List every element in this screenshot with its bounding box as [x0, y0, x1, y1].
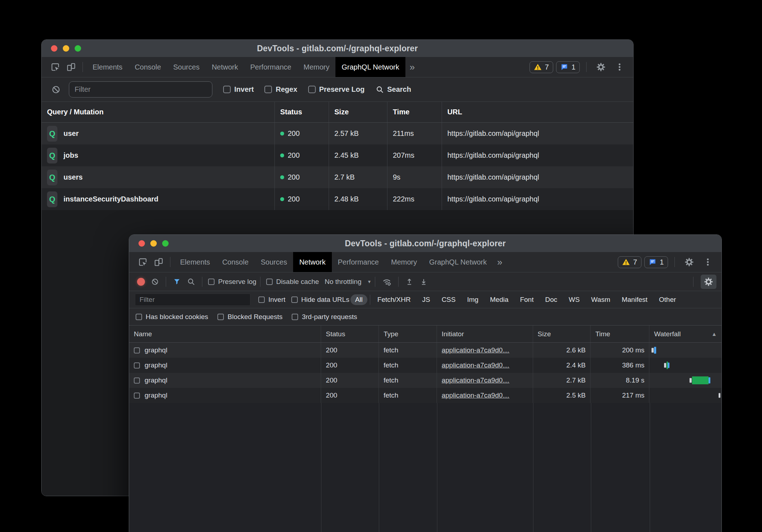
tab-network[interactable]: Network: [293, 252, 331, 272]
more-tabs-icon[interactable]: »: [493, 257, 507, 268]
preserve-log-option[interactable]: Preserve log: [208, 278, 257, 286]
initiator-link[interactable]: application-a7ca9d0…: [442, 376, 509, 384]
column-header-url[interactable]: URL: [442, 102, 633, 122]
type-filter-manifest[interactable]: Manifest: [617, 294, 652, 305]
search-icon[interactable]: [184, 278, 198, 286]
hide-data-urls-option[interactable]: Hide data URLs: [291, 296, 349, 304]
filter-funnel-icon[interactable]: [170, 278, 184, 286]
filter-input[interactable]: [69, 81, 212, 98]
disable-cache-checkbox[interactable]: [266, 279, 273, 285]
zoom-button[interactable]: [75, 45, 81, 52]
disable-cache-option[interactable]: Disable cache: [266, 278, 319, 286]
zoom-button[interactable]: [162, 240, 169, 247]
clear-icon[interactable]: [48, 85, 64, 94]
row-checkbox[interactable]: [134, 377, 140, 384]
column-header-initiator[interactable]: Initiator: [437, 326, 533, 342]
row-checkbox[interactable]: [134, 347, 140, 353]
has-blocked-cookies-option[interactable]: Has blocked cookies: [136, 313, 208, 321]
type-filter-ws[interactable]: WS: [564, 294, 584, 305]
type-filter-font[interactable]: Font: [515, 294, 538, 305]
table-row[interactable]: Q user 200 2.57 kB 211ms https://gitlab.…: [42, 123, 633, 144]
column-header-type[interactable]: Type: [379, 326, 437, 342]
preserve-log-checkbox[interactable]: [208, 279, 215, 285]
export-har-icon[interactable]: [417, 278, 431, 286]
record-button[interactable]: [137, 278, 145, 286]
tab-elements[interactable]: Elements: [86, 57, 128, 77]
invert-checkbox[interactable]: [258, 296, 265, 303]
close-button[interactable]: [51, 45, 57, 52]
type-filter-fetch-xhr[interactable]: Fetch/XHR: [373, 294, 415, 305]
has-blocked-cookies-checkbox[interactable]: [136, 314, 142, 320]
inspect-icon[interactable]: [135, 257, 151, 267]
third-party-requests-checkbox[interactable]: [292, 314, 298, 320]
device-toolbar-icon[interactable]: [63, 62, 79, 72]
table-row[interactable]: Q jobs 200 2.45 kB 207ms https://gitlab.…: [42, 144, 633, 166]
import-har-icon[interactable]: [402, 278, 417, 286]
tab-performance[interactable]: Performance: [332, 252, 385, 272]
invert-checkbox[interactable]: [223, 86, 231, 93]
network-settings-gear-icon[interactable]: [701, 275, 716, 289]
column-header-time[interactable]: Time: [591, 326, 649, 342]
column-header-status[interactable]: Status: [321, 326, 379, 342]
type-filter-all[interactable]: All: [351, 294, 367, 305]
column-header-size[interactable]: Size: [329, 102, 387, 122]
table-row[interactable]: Q instanceSecurityDashboard 200 2.48 kB …: [42, 188, 633, 210]
tab-console[interactable]: Console: [216, 252, 254, 272]
column-header-name[interactable]: Name: [129, 326, 321, 342]
tab-graphql-network[interactable]: GraphQL Network: [423, 252, 493, 272]
kebab-menu-icon[interactable]: [700, 257, 716, 267]
row-checkbox[interactable]: [134, 393, 140, 399]
table-row[interactable]: graphql 200 fetch application-a7ca9d0… 2…: [129, 373, 721, 388]
tab-sources[interactable]: Sources: [255, 252, 293, 272]
column-header-query[interactable]: Query / Mutation: [42, 102, 275, 122]
table-row[interactable]: graphql 200 fetch application-a7ca9d0… 2…: [129, 388, 721, 403]
search-control[interactable]: Search: [376, 85, 411, 94]
minimize-button[interactable]: [150, 240, 157, 247]
tab-network[interactable]: Network: [206, 57, 244, 77]
type-filter-js[interactable]: JS: [418, 294, 435, 305]
close-button[interactable]: [138, 240, 145, 247]
type-filter-img[interactable]: Img: [462, 294, 483, 305]
settings-gear-icon[interactable]: [593, 62, 609, 72]
warnings-badge[interactable]: 7: [530, 61, 553, 73]
tab-graphql-network[interactable]: GraphQL Network: [335, 57, 405, 77]
title-bar[interactable]: DevTools - gitlab.com/-/graphql-explorer: [42, 40, 633, 57]
tab-memory[interactable]: Memory: [385, 252, 423, 272]
preserve-log-checkbox[interactable]: [308, 86, 316, 93]
kebab-menu-icon[interactable]: [612, 62, 627, 72]
blocked-requests-checkbox[interactable]: [217, 314, 224, 320]
type-filter-doc[interactable]: Doc: [540, 294, 562, 305]
column-header-waterfall[interactable]: Waterfall ▲: [649, 326, 721, 342]
initiator-link[interactable]: application-a7ca9d0…: [442, 361, 509, 369]
minimize-button[interactable]: [63, 45, 69, 52]
type-filter-media[interactable]: Media: [485, 294, 513, 305]
tab-elements[interactable]: Elements: [174, 252, 216, 272]
column-header-status[interactable]: Status: [275, 102, 329, 122]
issues-badge[interactable]: 1: [556, 61, 580, 73]
type-filter-wasm[interactable]: Wasm: [587, 294, 615, 305]
hide-data-urls-checkbox[interactable]: [291, 296, 298, 303]
network-conditions-icon[interactable]: [379, 277, 395, 286]
preserve-log-option[interactable]: Preserve Log: [308, 85, 365, 94]
tab-memory[interactable]: Memory: [297, 57, 335, 77]
column-header-time[interactable]: Time: [387, 102, 442, 122]
tab-console[interactable]: Console: [128, 57, 167, 77]
table-row[interactable]: Q users 200 2.7 kB 9s https://gitlab.com…: [42, 166, 633, 188]
row-checkbox[interactable]: [134, 362, 140, 369]
type-filter-other[interactable]: Other: [654, 294, 681, 305]
tab-performance[interactable]: Performance: [244, 57, 298, 77]
invert-option[interactable]: Invert: [223, 85, 254, 94]
table-row[interactable]: graphql 200 fetch application-a7ca9d0… 2…: [129, 343, 721, 358]
settings-gear-icon[interactable]: [681, 257, 697, 267]
third-party-requests-option[interactable]: 3rd-party requests: [292, 313, 357, 321]
regex-option[interactable]: Regex: [264, 85, 297, 94]
warnings-badge[interactable]: 7: [618, 256, 641, 268]
type-filter-css[interactable]: CSS: [437, 294, 460, 305]
more-tabs-icon[interactable]: »: [405, 62, 419, 73]
tab-sources[interactable]: Sources: [167, 57, 206, 77]
inspect-icon[interactable]: [47, 62, 63, 72]
initiator-link[interactable]: application-a7ca9d0…: [442, 391, 509, 399]
issues-badge[interactable]: 1: [644, 256, 668, 268]
title-bar[interactable]: DevTools - gitlab.com/-/graphql-explorer: [129, 235, 721, 252]
filter-input[interactable]: [135, 294, 250, 306]
